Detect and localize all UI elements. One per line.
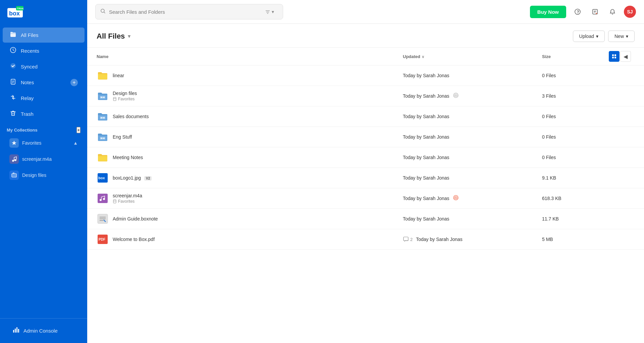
svg-point-41 — [101, 117, 102, 118]
sidebar-bottom: Admin Console — [0, 318, 87, 343]
updated-cell: Today by Sarah Jonas — [393, 127, 533, 147]
svg-rect-19 — [16, 327, 17, 333]
notifications-button[interactable] — [606, 6, 619, 18]
grid-view-button[interactable] — [609, 51, 620, 62]
topbar: ▾ Buy Now ? — [87, 0, 644, 24]
size-cell: 3 Files — [533, 86, 599, 106]
comment-badge: 2 — [403, 236, 413, 242]
design-col-icon — [9, 170, 19, 180]
box-logo: box TRIAL — [7, 5, 23, 19]
upload-button[interactable]: Upload ▾ — [573, 31, 605, 42]
folder-yellow-icon — [97, 69, 109, 82]
svg-point-34 — [103, 97, 105, 98]
trash-icon — [9, 110, 17, 118]
file-header: All Files ▼ Upload ▾ New ▾ — [87, 24, 644, 47]
file-name-info: Meeting Notes — [113, 155, 143, 160]
name-column-header: Name — [87, 48, 393, 65]
table-row[interactable]: PDF Welcome to Box.pdf — [87, 229, 644, 250]
sidebar-item-label: Recents — [21, 48, 39, 54]
svg-text:PDF: PDF — [99, 238, 105, 241]
svg-point-12 — [12, 160, 14, 162]
search-box[interactable]: ▾ — [95, 4, 283, 19]
svg-rect-50 — [98, 194, 108, 203]
sidebar-item-relay[interactable]: Relay — [3, 91, 85, 106]
comment-icon — [403, 236, 409, 242]
sidebar-item-all-files[interactable]: All Files — [3, 28, 85, 43]
file-table: Name Updated ∨ Size — [87, 47, 644, 250]
collection-label: Design files — [22, 173, 46, 178]
search-icon — [100, 8, 106, 15]
svg-point-7 — [10, 63, 16, 68]
new-button[interactable]: New ▾ — [608, 31, 635, 42]
share-icon — [453, 92, 459, 100]
user-avatar[interactable]: SJ — [624, 6, 636, 18]
file-name-cell: box boxLogo1.jpg V2 — [97, 172, 384, 184]
svg-rect-31 — [614, 57, 616, 58]
svg-point-46 — [103, 138, 105, 139]
collection-item-design-files[interactable]: Design files — [3, 167, 85, 183]
svg-point-56 — [455, 197, 456, 198]
sidebar-item-synced[interactable]: Synced — [3, 59, 85, 74]
sidebar-item-recents[interactable]: Recents — [3, 43, 85, 58]
updated-cell: Today by Sarah Jonas — [393, 65, 533, 86]
file-name-cell: Meeting Notes — [97, 151, 384, 163]
sidebar-item-trash[interactable]: Trash — [3, 106, 85, 121]
size-cell: 0 Files — [533, 65, 599, 86]
updated-column-header[interactable]: Updated ∨ — [393, 48, 533, 65]
collection-label: screenjar.m4a — [22, 156, 52, 162]
view-toggle: ◀ — [609, 51, 636, 62]
admin-console-item[interactable]: Admin Console — [5, 323, 82, 338]
table-row[interactable]: Admin Guide.boxnote Today by Sarah Jonas… — [87, 209, 644, 229]
table-row[interactable]: Design files Favorites Today by Sarah Jo… — [87, 86, 644, 106]
folder-shared-icon — [97, 131, 109, 143]
table-row[interactable]: Eng Stuff Today by Sarah Jonas 0 Files — [87, 127, 644, 147]
size-cell: 11.7 KB — [533, 209, 599, 229]
svg-rect-36 — [113, 97, 116, 101]
bookmark-icon — [113, 97, 117, 101]
list-view-button[interactable]: ◀ — [620, 51, 631, 62]
my-collections-label: My Collections — [7, 128, 38, 133]
filter-button[interactable]: ▾ — [261, 7, 278, 16]
upload-arrow-icon: ▾ — [596, 34, 598, 39]
topbar-right: Buy Now ? SJ — [530, 6, 636, 18]
favorites-col-icon — [9, 138, 19, 148]
help-button[interactable]: ? — [572, 6, 584, 18]
my-collections-add-button[interactable]: + — [76, 127, 80, 133]
search-input[interactable] — [109, 9, 258, 15]
svg-rect-29 — [614, 54, 616, 56]
buy-now-button[interactable]: Buy Now — [530, 6, 566, 18]
file-name-cell: linear — [97, 69, 384, 82]
svg-point-45 — [101, 138, 102, 139]
svg-text:TRIAL: TRIAL — [17, 7, 23, 10]
svg-rect-28 — [612, 54, 614, 56]
all-files-icon — [9, 31, 17, 39]
sidebar-item-label: Relay — [21, 95, 34, 101]
music-col-icon — [9, 154, 19, 164]
favorites-toggle-icon: ▲ — [73, 140, 78, 146]
table-row[interactable]: Sales documents Today by Sarah Jonas 0 F… — [87, 106, 644, 127]
file-name-info: screenjar.m4a Favorites — [113, 193, 142, 204]
box-image-icon: box — [97, 172, 109, 184]
table-row[interactable]: screenjar.m4a Favorites Today by Sarah J… — [87, 188, 644, 209]
file-name-info: Sales documents — [113, 114, 149, 119]
svg-rect-64 — [404, 237, 408, 241]
notes-button[interactable] — [589, 6, 601, 18]
svg-text:box: box — [98, 176, 105, 180]
sidebar-item-label: Notes — [21, 80, 34, 85]
bookmark-icon — [113, 199, 117, 203]
table-row[interactable]: Meeting Notes Today by Sarah Jonas 0 Fil… — [87, 147, 644, 168]
size-column-header: Size — [533, 48, 599, 65]
table-row[interactable]: box boxLogo1.jpg V2 Today by Sarah — [87, 168, 644, 188]
notes-add-button[interactable]: + — [70, 79, 78, 86]
sidebar-item-notes[interactable]: Notes + — [3, 75, 85, 90]
sidebar-item-label: Trash — [21, 111, 34, 117]
sort-arrow-icon: ∨ — [422, 55, 424, 59]
file-name-info: linear — [113, 73, 124, 78]
size-cell: 618.3 KB — [533, 188, 599, 209]
collection-item-favorites[interactable]: Favorites ▲ — [3, 135, 85, 151]
table-row[interactable]: linear Today by Sarah Jonas 0 Files — [87, 65, 644, 86]
collection-item-screenjar[interactable]: screenjar.m4a — [3, 151, 85, 167]
file-name-info: boxLogo1.jpg V2 — [113, 175, 152, 181]
folder-yellow-icon — [97, 151, 109, 163]
file-title-button[interactable]: All Files ▼ — [97, 32, 131, 41]
